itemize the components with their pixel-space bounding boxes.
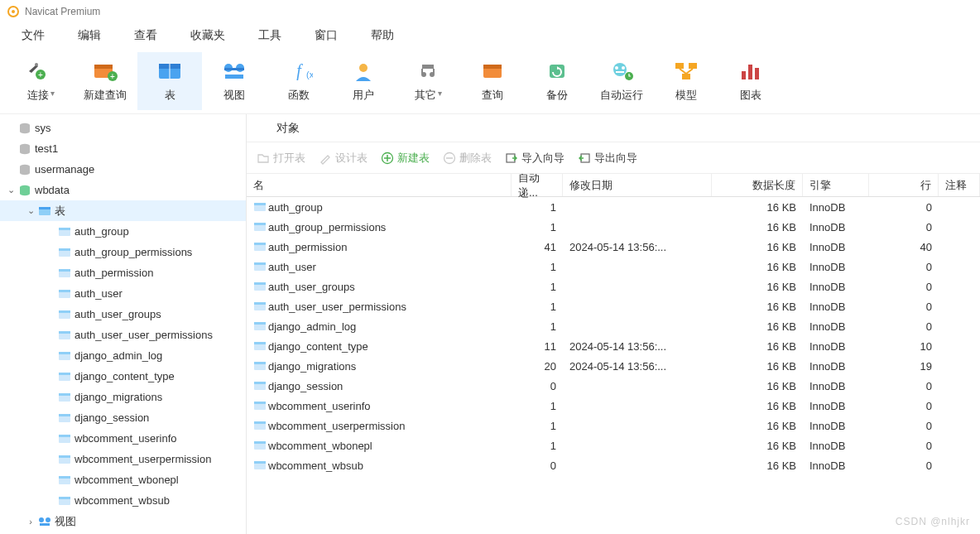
tab-objects[interactable]: 对象 [263,116,313,141]
db-wbdata[interactable]: ⌄wbdata [0,180,246,200]
menu-item-3[interactable]: 收藏夹 [180,25,235,46]
table-row[interactable]: django_session016 KBInnoDB0 [247,376,980,396]
table-icon [56,267,73,279]
col-date[interactable]: 修改日期 [563,174,712,196]
svg-rect-67 [59,435,70,437]
db-test1[interactable]: test1 [0,138,246,159]
table-row[interactable]: wbcomment_wbsub016 KBInnoDB0 [247,455,980,475]
db-usermanage[interactable]: usermanage [0,159,246,180]
svg-text:f: f [296,61,303,80]
tree-label: test1 [33,142,58,155]
tool-plug[interactable]: +连接▾ [8,52,73,110]
cell-name-text: wbcomment_wbonepl [268,440,372,452]
export-icon [578,152,591,165]
tool-model[interactable]: 模型 [654,52,718,110]
table-icon [56,288,73,300]
model-icon [672,60,700,83]
table-row[interactable]: auth_user_groups116 KBInnoDB0 [247,277,980,296]
table-django_session[interactable]: django_session [0,407,246,428]
table-row[interactable]: auth_group_permissions116 KBInnoDB0 [247,217,980,237]
menu-item-1[interactable]: 编辑 [68,25,111,46]
minus-icon [443,152,456,165]
menu-item-4[interactable]: 工具 [248,25,291,46]
table-icon [156,60,184,83]
table-django_migrations[interactable]: django_migrations [0,387,246,407]
expand-icon[interactable]: › [25,517,36,527]
db-sys[interactable]: sys [0,118,246,138]
table-row[interactable]: wbcomment_userinfo116 KBInnoDB0 [247,396,980,416]
sub-design-button: 设计表 [319,151,368,166]
col-comment[interactable]: 注释 [939,174,980,196]
table-row[interactable]: auth_user116 KBInnoDB0 [247,257,980,277]
table-icon [253,400,268,411]
cell-auto: 0 [512,455,563,475]
table-auth_user_groups[interactable]: auth_user_groups [0,304,246,325]
table-row[interactable]: wbcomment_wbonepl116 KBInnoDB0 [247,435,980,455]
cell-engine: InnoDB [803,376,869,396]
cell-comment [939,336,980,356]
tabbar: 对象 [247,114,980,142]
table-auth_permission[interactable]: auth_permission [0,262,246,283]
cell-name-text: auth_group_permissions [268,221,386,233]
table-row[interactable]: wbcomment_userpermission116 KBInnoDB0 [247,416,980,435]
menu-item-0[interactable]: 文件 [12,25,55,46]
table-row[interactable]: django_content_type112024-05-14 13:56:..… [247,336,980,356]
cell-comment [939,296,980,316]
tool-view[interactable]: 视图 [202,52,267,110]
sub-import-button[interactable]: 导入向导 [505,151,564,166]
sub-export-button[interactable]: 导出向导 [578,151,637,166]
tool-query[interactable]: 查询 [460,52,525,110]
table-wbcomment_wbsub[interactable]: wbcomment_wbsub [0,490,246,511]
table-django_admin_log[interactable]: django_admin_log [0,345,246,366]
col-auto[interactable]: 自动递... [512,174,563,196]
menu-item-2[interactable]: 查看 [124,25,167,46]
cell-date [563,316,712,336]
sub-plus-button[interactable]: 新建表 [381,151,430,166]
dbchild-视图[interactable]: ›视图 [0,511,246,532]
table-auth_group_permissions[interactable]: auth_group_permissions [0,242,246,262]
menu-item-5[interactable]: 窗口 [305,25,348,46]
table-django_content_type[interactable]: django_content_type [0,366,246,387]
table-row[interactable]: auth_user_user_permissions116 KBInnoDB0 [247,296,980,316]
table-wbcomment_userpermission[interactable]: wbcomment_userpermission [0,449,246,469]
tool-table[interactable]: 表 [137,52,202,110]
cell-comment [939,455,980,475]
table-wbcomment_wbonepl[interactable]: wbcomment_wbonepl [0,469,246,490]
svg-point-74 [39,517,44,522]
tool-other[interactable]: 其它▾ [396,52,460,110]
svg-rect-37 [742,71,746,79]
svg-rect-91 [254,262,266,265]
cell-name-text: auth_user_groups [268,281,355,293]
cell-name: wbcomment_userpermission [247,416,512,435]
sub-open-button: 打开表 [257,151,305,166]
table-body: auth_group116 KBInnoDB0auth_group_permis… [247,197,980,475]
svg-rect-19 [422,65,434,69]
dbchild-表[interactable]: ⌄表 [0,200,246,221]
tool-chart[interactable]: 图表 [718,52,783,110]
table-auth_user[interactable]: auth_user [0,283,246,304]
col-engine[interactable]: 引擎 [803,174,869,196]
expand-icon[interactable]: ⌄ [25,205,36,216]
tool-user[interactable]: 用户 [331,52,396,110]
cell-auto: 0 [512,376,563,396]
table-row[interactable]: django_migrations202024-05-14 13:56:...1… [247,356,980,376]
tool-fx[interactable]: f(x)函数 [267,52,331,110]
table-row[interactable]: django_admin_log116 KBInnoDB0 [247,316,980,336]
col-size[interactable]: 数据长度 [712,174,803,196]
tool-backup[interactable]: 备份 [525,52,589,110]
col-rows[interactable]: 行 [869,174,939,196]
table-row[interactable]: auth_group116 KBInnoDB0 [247,197,980,217]
tool-newquery[interactable]: +新建查询 [73,52,137,110]
tool-auto[interactable]: 自动运行 [589,52,654,110]
cell-engine: InnoDB [803,296,869,316]
table-auth_group[interactable]: auth_group [0,221,246,242]
expand-icon[interactable]: ⌄ [5,185,17,195]
table-row[interactable]: auth_permission412024-05-14 13:56:...16 … [247,237,980,257]
menu-item-6[interactable]: 帮助 [361,25,404,46]
cell-date [563,455,712,475]
sub-label: 导出向导 [594,151,637,166]
table-wbcomment_userinfo[interactable]: wbcomment_userinfo [0,428,246,449]
col-name[interactable]: 名 [247,174,512,196]
cell-rows: 0 [869,296,939,316]
table-auth_user_user_permissions[interactable]: auth_user_user_permissions [0,325,246,345]
